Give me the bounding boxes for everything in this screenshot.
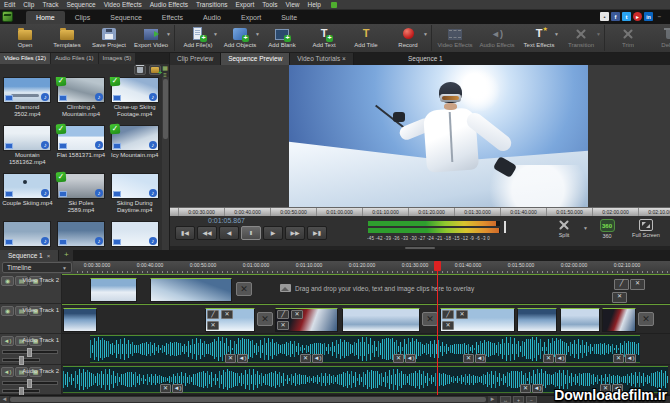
clip-fx2-icon[interactable]: ✕ <box>207 321 219 330</box>
dropdown-caret-icon[interactable]: ▼ <box>596 31 601 37</box>
menu-video-effects[interactable]: Video Effects <box>104 1 142 8</box>
clip-mute-icon[interactable]: ◄) <box>172 384 183 393</box>
timeline-mode-select[interactable]: Timeline▼ <box>2 262 72 273</box>
clip-mute-icon[interactable]: ◄) <box>625 354 636 363</box>
clip-fx-icon[interactable]: ╱ <box>442 310 454 319</box>
clip-mute-icon[interactable]: ◄) <box>405 354 416 363</box>
add-title-button[interactable]: TAdd Title <box>345 25 387 51</box>
media-tab-images[interactable]: Images (5) <box>99 53 137 64</box>
open-button[interactable]: Open <box>4 25 46 51</box>
youtube-icon[interactable]: ▸ <box>633 12 642 21</box>
menu-edit[interactable]: Edit <box>4 1 15 8</box>
media-file-item[interactable]: ♪Couple Skiing.mp4 <box>1 173 54 220</box>
clip-transition-icon[interactable]: ✕ <box>221 310 233 319</box>
dropdown-caret-icon[interactable]: ▼ <box>554 31 559 37</box>
clip-fx-icon[interactable]: ✕ <box>463 354 474 363</box>
overlay-clip-icon[interactable]: ✕ <box>612 292 627 303</box>
clip-transition-icon[interactable]: ✕ <box>291 310 303 319</box>
clip-mute-icon[interactable]: ◄) <box>532 384 543 393</box>
video-clip[interactable] <box>342 308 420 332</box>
transition-icon[interactable]: ✕ <box>422 312 438 326</box>
clip-fx2-icon[interactable]: ✕ <box>442 321 454 330</box>
menu-transitions[interactable]: Transitions <box>196 1 228 8</box>
clip-mute-icon[interactable]: ◄) <box>555 354 566 363</box>
hscroll-thumb[interactable] <box>10 397 486 402</box>
menu-view[interactable]: View <box>286 1 300 8</box>
video-clip[interactable]: ╱✕✕ <box>440 308 515 332</box>
sequence-tab[interactable]: Sequence 1 × <box>0 250 58 261</box>
clip-fx-icon[interactable]: ✕ <box>300 354 311 363</box>
media-file-item[interactable]: ✓♪Ski Poles 2589.mp4 <box>55 173 108 220</box>
camera-icon[interactable]: ◉ <box>1 276 14 286</box>
pause-button[interactable]: ‖ <box>241 226 261 240</box>
add-file-s--button[interactable]: Add File(s)▼ <box>177 25 219 51</box>
go-start-button[interactable]: ▮◀ <box>175 226 195 240</box>
export-video-button[interactable]: Export Video▼ <box>130 25 172 51</box>
transition-icon[interactable]: ✕ <box>236 282 252 296</box>
track-content[interactable]: ✕◄)✕◄)✕◄)✕◄)✕◄)✕◄) <box>62 334 670 365</box>
scroll-right-icon[interactable]: ► <box>488 396 497 403</box>
step-back-button[interactable]: ◀ <box>219 226 239 240</box>
ribbon-tab-audio[interactable]: Audio <box>193 11 231 24</box>
media-file-item[interactable]: ✓♪Close-up Skiing Footage.mp4 <box>108 77 161 124</box>
clip-mute-icon[interactable]: ◄) <box>237 354 248 363</box>
ribbon-tab-clips[interactable]: Clips <box>65 11 101 24</box>
linkedin-icon[interactable]: in <box>644 12 653 21</box>
clip-fx-icon[interactable]: ✕ <box>543 354 554 363</box>
media-file-item[interactable]: ♪ <box>1 221 54 250</box>
clip-transition-icon[interactable]: ✕ <box>456 310 468 319</box>
clip-fx-icon[interactable]: ✕ <box>160 384 171 393</box>
add-blank-button[interactable]: Add Blank <box>261 25 303 51</box>
volume-slider[interactable] <box>2 350 58 354</box>
jump-forward-button[interactable]: ▶▶ <box>285 226 305 240</box>
play-button[interactable]: ▶ <box>263 226 283 240</box>
media-file-item[interactable]: ♪Mountain 1581362.mp4 <box>1 125 54 172</box>
preview-tab-clip-preview[interactable]: Clip Preview <box>170 53 221 65</box>
pan-slider[interactable] <box>2 358 40 362</box>
video-clip[interactable] <box>602 308 636 332</box>
add-text-button[interactable]: TAdd Text <box>303 25 345 51</box>
clip-fx-icon[interactable]: ✕ <box>613 354 624 363</box>
dropdown-caret-icon[interactable]: ▼ <box>255 31 260 37</box>
split-dropdown-caret[interactable]: ▼ <box>583 225 588 231</box>
grid-view-icon[interactable]: ▦ <box>162 65 168 71</box>
video-clip[interactable] <box>150 278 232 302</box>
menu-audio-effects[interactable]: Audio Effects <box>150 1 188 8</box>
like-icon[interactable]: • <box>600 12 609 21</box>
media-file-item[interactable]: ♪Diamond 3502.mp4 <box>1 77 54 124</box>
video-clip[interactable] <box>90 278 137 302</box>
add-folder-button[interactable] <box>149 65 161 75</box>
fullscreen-button[interactable]: Full Screen <box>626 219 666 238</box>
timeline-ruler[interactable]: 0:00:30.0000:00:40.0000:00:50.0000:01:00… <box>73 261 670 274</box>
track-content[interactable]: ✕╱✕✕Drag and drop your video, text and i… <box>62 274 670 304</box>
record-button[interactable]: Record▼ <box>387 25 429 51</box>
media-file-item[interactable]: ✓♪Icy Mountain.mp4 <box>108 125 161 172</box>
speaker-icon[interactable]: ◄) <box>1 336 14 346</box>
ribbon-tab-suite[interactable]: Suite <box>271 11 307 24</box>
save-project-button[interactable]: Save Project <box>88 25 130 51</box>
transition-icon[interactable]: ✕ <box>638 312 654 326</box>
scroll-left-icon[interactable]: ◄ <box>0 396 9 403</box>
ribbon-tab-effects[interactable]: Effects <box>152 11 193 24</box>
preview-tab-video-tutorials[interactable]: Video Tutorials × <box>290 53 353 65</box>
video-clip[interactable]: ╱✕✕ <box>275 308 338 332</box>
pan-slider[interactable] <box>2 389 40 393</box>
facebook-icon[interactable]: f <box>611 12 620 21</box>
video-clip[interactable]: ╱✕✕ <box>205 308 255 332</box>
close-tab-icon[interactable]: × <box>342 55 346 62</box>
clip-fx-icon[interactable]: ╱ <box>207 310 219 319</box>
media-scrollbar[interactable] <box>162 77 169 250</box>
slider-thumb[interactable] <box>19 356 24 365</box>
media-file-item[interactable]: ♪ <box>55 221 108 250</box>
volume-slider[interactable] <box>2 381 58 385</box>
dropdown-caret-icon[interactable]: ▼ <box>213 31 218 37</box>
ribbon-tab-home[interactable]: Home <box>26 11 65 24</box>
media-file-item[interactable]: ♪ <box>108 221 161 250</box>
video-clip[interactable] <box>517 308 557 332</box>
media-file-item[interactable]: ✓♪Flat 1581371.mp4 <box>55 125 108 172</box>
templates-button[interactable]: Templates <box>46 25 88 51</box>
camera-icon[interactable]: ◉ <box>1 306 14 316</box>
clip-mute-icon[interactable]: ◄) <box>475 354 486 363</box>
dropdown-caret-icon[interactable]: ▼ <box>423 31 428 37</box>
playhead[interactable] <box>437 261 438 395</box>
